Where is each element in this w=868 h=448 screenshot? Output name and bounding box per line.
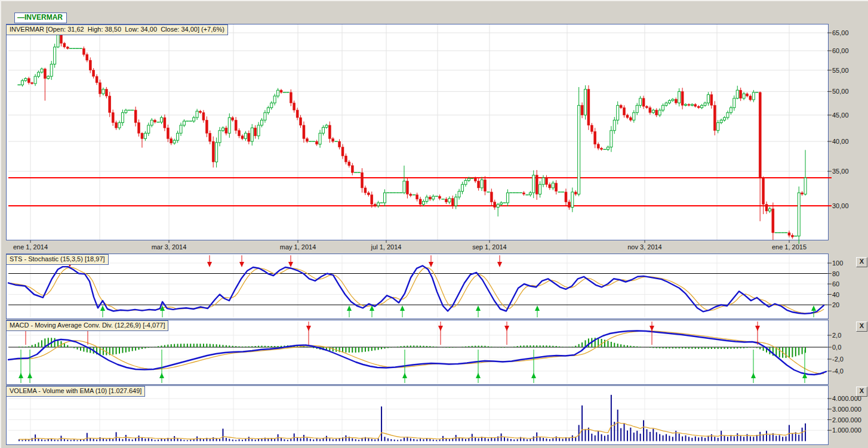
volume-panel-header: VOLEMA - Volume with EMA (10) [1.027.649… bbox=[6, 386, 145, 397]
stochastic-panel[interactable] bbox=[6, 254, 829, 319]
volume-axis-label: 1.000.000 bbox=[832, 427, 861, 434]
x-axis-label: jul 1, 2014 bbox=[371, 243, 402, 251]
price-axis-label: 30,00 bbox=[832, 202, 849, 209]
macd-axis-label: 2,0 bbox=[832, 332, 841, 339]
macd-panel-header: MACD - Moving Average Conv. Div. (12,26,… bbox=[6, 320, 168, 331]
stochastic-axis-label: 20 bbox=[832, 301, 839, 308]
price-axis-label: 50,00 bbox=[832, 88, 849, 95]
stochastic-axis-label: 60 bbox=[832, 280, 839, 288]
x-axis-label: sep 1, 2014 bbox=[472, 243, 507, 251]
chart-window: —INVERMAR INVERMAR [Open: 31,62 High: 38… bbox=[0, 0, 868, 448]
price-axis-label: 65,00 bbox=[832, 29, 849, 36]
macd-axis-label: 0,0 bbox=[832, 344, 841, 351]
close-volume-button[interactable]: X bbox=[856, 387, 867, 397]
macd-axis-label: -2,0 bbox=[832, 356, 844, 363]
close-stochastic-button[interactable]: X bbox=[856, 257, 867, 267]
legend-symbol-label: INVERMAR bbox=[24, 13, 63, 21]
price-axis-label: 35,00 bbox=[832, 168, 849, 175]
price-panel-header: INVERMAR [Open: 31,62 High: 38,50 Low: 3… bbox=[6, 24, 228, 35]
x-axis-label: mar 3, 2014 bbox=[152, 243, 187, 251]
stochastic-axis-label: 40 bbox=[832, 291, 839, 298]
x-axis-label: ene 1, 2014 bbox=[13, 243, 48, 251]
price-axis-label: 55,00 bbox=[832, 67, 849, 74]
volume-axis-label: 3.000.000 bbox=[832, 406, 861, 413]
x-axis-label: may 1, 2014 bbox=[280, 243, 316, 251]
stochastic-axis-label: 80 bbox=[832, 270, 839, 277]
price-chart-panel[interactable] bbox=[6, 24, 829, 240]
price-axis-label: 45,00 bbox=[832, 112, 849, 119]
x-axis-label: nov 3, 2014 bbox=[627, 243, 662, 251]
stochastic-panel-header: STS - Stochastic (15,3,5) [18,97] bbox=[6, 254, 109, 265]
macd-axis-label: -4,0 bbox=[832, 367, 844, 375]
price-axis-label: 60,00 bbox=[832, 47, 849, 54]
x-axis-label: ene 1, 2015 bbox=[772, 243, 807, 251]
close-macd-button[interactable]: X bbox=[856, 322, 867, 332]
legend-line-icon: — bbox=[17, 13, 24, 21]
symbol-legend[interactable]: —INVERMAR bbox=[14, 13, 67, 23]
stochastic-axis-label: 100 bbox=[832, 259, 843, 267]
volume-axis-label: 2.000.000 bbox=[832, 416, 861, 424]
price-axis-label: 40,00 bbox=[832, 138, 849, 145]
